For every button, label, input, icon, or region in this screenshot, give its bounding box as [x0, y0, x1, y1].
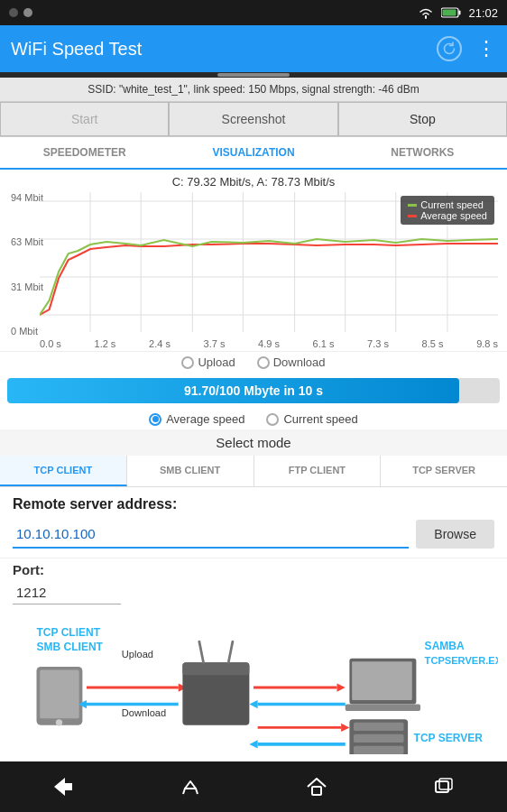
- laptop-base: [346, 705, 420, 711]
- bottom-nav: [0, 761, 507, 812]
- chart-container: 94 Mbit 63 Mbit 31 Mbit 0 Mbit: [9, 192, 498, 337]
- average-speed-radio[interactable]: Average speed: [149, 412, 244, 426]
- tcp-client-diagram-label: TCP CLIENT: [37, 626, 101, 639]
- svg-rect-16: [312, 787, 321, 795]
- download-arrow3-head: [341, 724, 349, 732]
- dot2-icon: [23, 8, 32, 17]
- dot-icon: [9, 8, 18, 17]
- server-section: Remote server address: Browse: [0, 487, 507, 558]
- server-slot3: [354, 746, 404, 754]
- legend-current-label: Current speed: [420, 199, 484, 210]
- stop-button[interactable]: Stop: [338, 102, 507, 136]
- start-button[interactable]: Start: [0, 102, 169, 136]
- tcp-server-label: TCP SERVER: [414, 732, 484, 744]
- download-radio[interactable]: Download: [257, 355, 326, 369]
- home-icon[interactable]: [302, 772, 331, 801]
- status-bar: 21:02: [0, 0, 507, 25]
- browse-button[interactable]: Browse: [416, 520, 494, 549]
- status-bar-left: [9, 8, 32, 17]
- upload-arrow2-head: [337, 683, 346, 691]
- legend-red-dot: [408, 215, 417, 217]
- select-mode: Select mode: [0, 429, 507, 456]
- svg-rect-1: [459, 11, 461, 15]
- upload-radio[interactable]: Upload: [181, 355, 235, 369]
- download-arrow4-head: [249, 740, 257, 748]
- port-input[interactable]: [13, 581, 121, 604]
- legend-green-dot: [408, 204, 417, 207]
- server-slot2: [354, 734, 404, 743]
- port-section: Port:: [0, 558, 507, 614]
- mode-tab-smb-client[interactable]: SMB CLIENT: [127, 456, 254, 486]
- download-label: Download: [273, 355, 326, 369]
- progress-label: 91.70/100 Mbyte in 10 s: [184, 383, 323, 398]
- average-speed-label: Average speed: [166, 412, 244, 426]
- chart-legend: Current speed Average speed: [401, 196, 494, 225]
- svg-marker-15: [54, 778, 72, 796]
- chart-title: C: 79.32 Mbit/s, A: 78.73 Mbit/s: [9, 175, 498, 189]
- diagram-svg: TCP CLIENT SMB CLIENT Upload Download: [9, 621, 498, 754]
- home-back-icon[interactable]: [176, 772, 205, 801]
- tab-speedometer[interactable]: SPEEDOMETER: [0, 137, 169, 168]
- download-diagram-label: Download: [122, 707, 166, 718]
- phone-button: [56, 719, 62, 725]
- mode-tab-tcp-client[interactable]: TCP CLIENT: [0, 456, 127, 486]
- tab-networks[interactable]: NETWORKS: [338, 137, 507, 168]
- legend-current: Current speed: [408, 199, 487, 210]
- laptop-display: [352, 661, 412, 700]
- speed-radio-row: Average speed Current speed: [0, 409, 507, 429]
- upload-radio-circle: [181, 356, 194, 369]
- main-content: SSID: "white_test_1", link speed: 150 Mb…: [0, 78, 507, 761]
- svg-rect-2: [443, 10, 456, 16]
- server-row: Browse: [13, 520, 494, 549]
- tab-bar: SPEEDOMETER VISUALIZATION NETWORKS: [0, 137, 507, 170]
- average-radio-active: [149, 413, 161, 426]
- phone-screen: [40, 670, 78, 719]
- server-slot1: [354, 723, 404, 731]
- wifi-icon: [418, 6, 434, 19]
- antenna-right: [228, 641, 233, 662]
- top-bar-icons: ⋮: [437, 36, 496, 61]
- average-radio-dot: [152, 416, 159, 422]
- scroll-bar: [217, 73, 290, 77]
- upload-download-row: Upload Download: [0, 351, 507, 373]
- legend-average: Average speed: [408, 210, 487, 221]
- antenna-left: [199, 641, 204, 662]
- back-icon[interactable]: [49, 772, 78, 801]
- samba-label: SAMBA: [425, 640, 465, 652]
- menu-icon[interactable]: ⋮: [476, 37, 496, 60]
- diagram-area: TCP CLIENT SMB CLIENT Upload Download: [0, 614, 507, 761]
- mode-tabs: TCP CLIENT SMB CLIENT FTP CLIENT TCP SER…: [0, 456, 507, 487]
- upload-diagram-label: Upload: [122, 649, 153, 660]
- battery-icon: [441, 7, 461, 18]
- ssid-text: SSID: "white_test_1", link speed: 150 Mb…: [88, 83, 419, 96]
- current-radio-circle: [266, 413, 279, 426]
- tcpserver-exe-label: TCPSERVER.EXE: [425, 655, 498, 666]
- upload-label: Upload: [198, 355, 235, 369]
- mode-tab-ftp-client[interactable]: FTP CLIENT: [254, 456, 382, 486]
- top-bar: WiFi Speed Test ⋮: [0, 25, 507, 72]
- time-display: 21:02: [468, 6, 498, 20]
- svg-rect-17: [436, 781, 448, 792]
- server-address-input[interactable]: [13, 521, 409, 549]
- download-radio-circle: [257, 356, 270, 369]
- download-arrow2-head: [249, 700, 257, 708]
- router-top: [182, 662, 249, 675]
- tab-visualization[interactable]: VISUALIZATION: [169, 137, 337, 170]
- current-speed-label: Current speed: [283, 412, 357, 426]
- smb-client-diagram-label: SMB CLIENT: [37, 641, 104, 653]
- current-speed-radio[interactable]: Current speed: [266, 412, 357, 426]
- screenshot-button[interactable]: Screenshot: [169, 102, 337, 136]
- select-mode-label: Select mode: [216, 435, 290, 450]
- app-title: WiFi Speed Test: [11, 39, 437, 60]
- svg-rect-18: [439, 779, 452, 789]
- chart-area: C: 79.32 Mbit/s, A: 78.73 Mbit/s 94 Mbit…: [0, 170, 507, 351]
- recents-icon[interactable]: [429, 772, 458, 801]
- status-bar-right: 21:02: [418, 6, 498, 20]
- ssid-bar: SSID: "white_test_1", link speed: 150 Mb…: [0, 78, 507, 102]
- mode-tab-tcp-server[interactable]: TCP SERVER: [381, 456, 507, 486]
- legend-average-label: Average speed: [420, 210, 487, 221]
- port-label: Port:: [13, 562, 494, 577]
- x-axis-labels: 0.0 s 1.2 s 2.4 s 3.7 s 4.9 s 6.1 s 7.3 …: [9, 337, 498, 349]
- progress-bar-outer: 91.70/100 Mbyte in 10 s: [7, 378, 500, 403]
- refresh-icon[interactable]: [437, 36, 462, 61]
